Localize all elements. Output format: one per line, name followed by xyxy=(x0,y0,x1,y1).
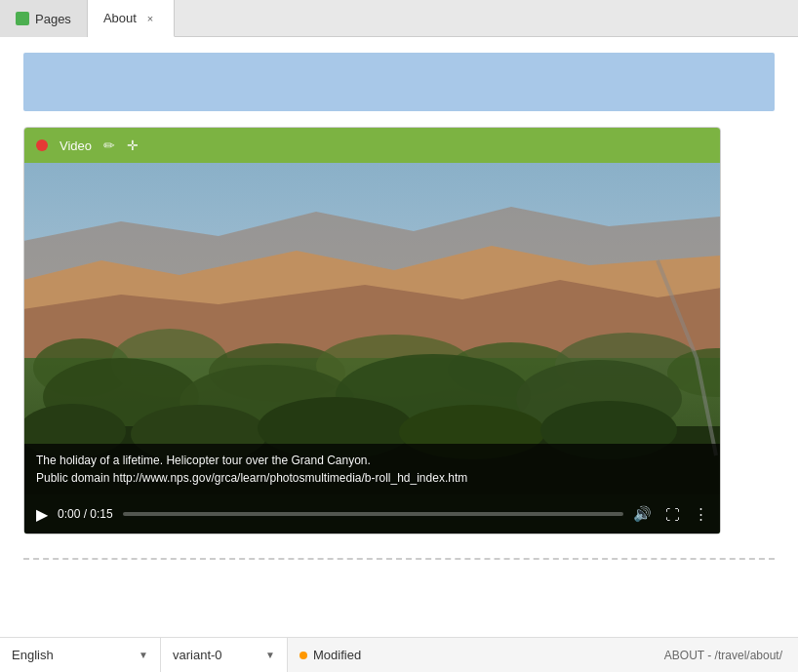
volume-icon[interactable]: 🔊 xyxy=(633,505,652,523)
video-caption: The holiday of a lifetime. Helicopter to… xyxy=(24,444,720,494)
video-record-dot xyxy=(36,139,48,151)
status-modified: Modified xyxy=(288,648,664,662)
scrollbar-track xyxy=(782,0,798,36)
video-block: Video ✏ ✛ xyxy=(23,127,721,534)
edit-icon[interactable]: ✏ xyxy=(103,138,115,153)
time-display: 0:00 / 0:15 xyxy=(58,507,113,521)
play-button[interactable]: ▶ xyxy=(36,505,48,524)
status-bar: English ▼ variant-0 ▼ Modified ABOUT - /… xyxy=(0,637,798,672)
language-selector[interactable]: English ▼ xyxy=(0,638,161,672)
tab-bar: Pages About × xyxy=(0,0,798,37)
variant-selector[interactable]: variant-0 ▼ xyxy=(161,638,288,672)
move-icon[interactable]: ✛ xyxy=(127,138,139,153)
header-band xyxy=(23,53,775,111)
tab-spacer xyxy=(175,0,782,36)
video-toolbar-icons: ✏ ✛ xyxy=(103,138,139,153)
control-icons: 🔊 ⛶ ⋮ xyxy=(633,505,708,523)
tab-about[interactable]: About × xyxy=(88,0,175,37)
video-display[interactable]: The holiday of a lifetime. Helicopter to… xyxy=(24,163,720,534)
path-display: ABOUT - /travel/about/ xyxy=(664,649,798,662)
video-toolbar: Video ✏ ✛ xyxy=(24,128,720,163)
more-options-icon[interactable]: ⋮ xyxy=(694,505,708,523)
pages-icon xyxy=(16,12,29,25)
variant-dropdown-arrow: ▼ xyxy=(265,650,275,660)
variant-label: variant-0 xyxy=(173,648,258,662)
modified-dot xyxy=(299,652,307,659)
dashed-divider xyxy=(23,558,775,560)
tab-about-label: About xyxy=(103,11,137,25)
caption-line1: The holiday of a lifetime. Helicopter to… xyxy=(36,452,708,469)
fullscreen-icon[interactable]: ⛶ xyxy=(665,506,680,523)
tab-pages[interactable]: Pages xyxy=(0,0,88,37)
language-dropdown-arrow: ▼ xyxy=(139,650,148,660)
modified-label: Modified xyxy=(313,648,361,662)
language-label: English xyxy=(12,648,131,662)
progress-bar[interactable] xyxy=(123,512,623,516)
video-label: Video xyxy=(60,138,92,153)
tab-pages-label: Pages xyxy=(35,12,71,26)
main-content: Video ✏ ✛ xyxy=(0,37,798,637)
caption-line2: Public domain http://www.nps.gov/grca/le… xyxy=(36,469,708,487)
video-controls: ▶ 0:00 / 0:15 🔊 ⛶ ⋮ xyxy=(24,494,720,534)
tab-close-button[interactable]: × xyxy=(142,11,158,26)
